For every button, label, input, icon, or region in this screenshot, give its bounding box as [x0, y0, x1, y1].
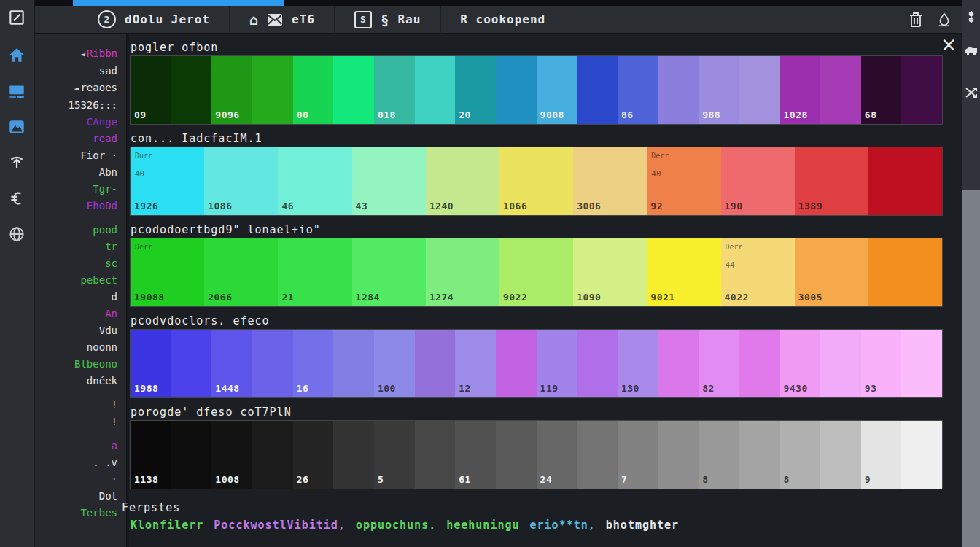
color-swatch[interactable]: 43: [352, 147, 426, 215]
color-swatch[interactable]: 7: [618, 421, 658, 489]
left-panel-item[interactable]: Terbes: [35, 505, 117, 521]
upload-arrow-icon[interactable]: [7, 152, 27, 173]
color-swatch[interactable]: 12: [455, 330, 496, 397]
shuffle-icon[interactable]: [963, 85, 979, 101]
color-swatch[interactable]: 1240: [426, 147, 499, 215]
color-swatch[interactable]: 1028: [780, 56, 821, 124]
color-swatch[interactable]: 20: [455, 56, 496, 124]
color-swatch[interactable]: 86: [618, 56, 658, 124]
ink-drop-icon[interactable]: [936, 12, 952, 28]
left-panel-item[interactable]: d: [35, 289, 117, 306]
color-swatch[interactable]: 1389: [795, 147, 868, 215]
color-swatch[interactable]: [333, 421, 374, 489]
scrollbar-track[interactable]: [962, 190, 980, 547]
color-swatch[interactable]: [171, 421, 212, 489]
left-panel-item[interactable]: . .v: [35, 454, 117, 471]
sliders-icon[interactable]: [963, 9, 979, 25]
color-swatch[interactable]: 93: [861, 330, 902, 397]
color-swatch[interactable]: 61: [455, 421, 496, 489]
color-swatch[interactable]: [577, 330, 618, 397]
color-swatch[interactable]: 3006: [573, 147, 647, 215]
color-swatch[interactable]: 21: [278, 238, 351, 306]
home-icon[interactable]: [7, 45, 27, 66]
color-swatch[interactable]: 8: [780, 421, 821, 489]
left-panel-item[interactable]: ◄Ribbn: [35, 45, 117, 63]
toolbar-mail-group[interactable]: ⌂ eT6: [249, 12, 315, 27]
color-swatch[interactable]: 9022: [499, 238, 573, 306]
color-swatch[interactable]: [739, 421, 780, 489]
euro-icon[interactable]: [7, 188, 27, 209]
color-swatch[interactable]: 1274: [426, 238, 499, 306]
left-panel-item[interactable]: Tgr-: [35, 181, 117, 198]
color-swatch[interactable]: 1086: [204, 147, 278, 215]
color-swatch[interactable]: [901, 330, 942, 397]
panels-icon[interactable]: [7, 81, 27, 101]
color-swatch[interactable]: 24: [537, 421, 578, 489]
left-panel-item[interactable]: Fior ·: [35, 147, 117, 164]
left-panel-item[interactable]: pebect: [35, 272, 117, 289]
color-swatch[interactable]: [496, 56, 537, 124]
color-swatch[interactable]: 82: [699, 330, 739, 397]
color-swatch[interactable]: [496, 421, 537, 489]
color-swatch[interactable]: 1448: [211, 330, 252, 397]
left-panel-item[interactable]: Vdu: [35, 322, 117, 339]
color-swatch[interactable]: 4022Derr44: [721, 238, 795, 306]
color-swatch[interactable]: [739, 330, 780, 397]
color-swatch[interactable]: 26: [293, 421, 334, 489]
left-panel-item[interactable]: read: [35, 131, 117, 147]
color-swatch[interactable]: 1284: [352, 238, 426, 306]
left-panel-item[interactable]: sad: [35, 63, 117, 79]
left-panel-item[interactable]: 15326:::: [35, 97, 117, 114]
color-swatch[interactable]: 119: [537, 330, 578, 397]
left-panel-item[interactable]: noonn: [35, 339, 117, 356]
left-panel-item[interactable]: śc: [35, 255, 117, 272]
color-swatch[interactable]: [496, 330, 537, 397]
toolbar-command-group[interactable]: R cookopend: [460, 12, 545, 26]
left-panel-item[interactable]: !: [35, 414, 117, 430]
color-swatch[interactable]: 9008: [537, 56, 578, 124]
color-swatch[interactable]: 018: [374, 56, 415, 124]
color-swatch[interactable]: 9096: [211, 56, 252, 124]
color-swatch[interactable]: 100: [374, 330, 415, 397]
left-panel-item[interactable]: An: [35, 306, 117, 322]
color-swatch[interactable]: 190: [721, 147, 795, 215]
left-panel-item[interactable]: Dot: [35, 488, 117, 505]
color-swatch[interactable]: [577, 421, 618, 489]
color-swatch[interactable]: 16: [293, 330, 334, 397]
color-swatch[interactable]: 19088Derr: [131, 238, 204, 306]
color-swatch[interactable]: 1090: [573, 238, 647, 306]
left-panel-item[interactable]: CAnge: [35, 114, 117, 131]
color-swatch[interactable]: 09: [131, 56, 171, 124]
color-swatch[interactable]: [820, 330, 861, 397]
color-swatch[interactable]: 5: [374, 421, 415, 489]
color-swatch[interactable]: 8: [699, 421, 739, 489]
color-swatch[interactable]: 00: [293, 56, 334, 124]
color-swatch[interactable]: 46: [278, 147, 351, 215]
expand-arrow-icon[interactable]: ◄: [80, 50, 85, 59]
color-swatch[interactable]: 1138: [131, 421, 171, 489]
color-swatch[interactable]: [820, 421, 861, 489]
color-swatch[interactable]: [658, 421, 699, 489]
truck-icon[interactable]: [963, 42, 979, 58]
toolbar-view-group[interactable]: S § Rau: [354, 11, 421, 28]
color-swatch[interactable]: [658, 330, 699, 397]
color-swatch[interactable]: [415, 330, 456, 397]
globe-icon[interactable]: [7, 224, 27, 244]
left-panel-item[interactable]: Abn: [35, 164, 117, 181]
color-swatch[interactable]: 68: [861, 56, 902, 124]
color-swatch[interactable]: [333, 330, 374, 397]
color-swatch[interactable]: 1926Durr40: [131, 147, 204, 215]
color-swatch[interactable]: [577, 56, 618, 124]
color-swatch[interactable]: 9: [861, 421, 902, 489]
color-swatch[interactable]: [333, 56, 374, 124]
color-swatch[interactable]: [171, 330, 212, 397]
left-panel-item[interactable]: ·: [35, 471, 117, 488]
color-swatch[interactable]: 1066: [499, 147, 573, 215]
close-button[interactable]: ×: [941, 35, 957, 54]
color-swatch[interactable]: 9021: [647, 238, 720, 306]
color-swatch[interactable]: [868, 238, 942, 306]
color-swatch[interactable]: [658, 56, 699, 124]
expand-arrow-icon[interactable]: ◄: [74, 84, 79, 93]
color-swatch[interactable]: 9430: [780, 330, 821, 397]
left-panel-item[interactable]: EhoDd: [35, 198, 117, 214]
